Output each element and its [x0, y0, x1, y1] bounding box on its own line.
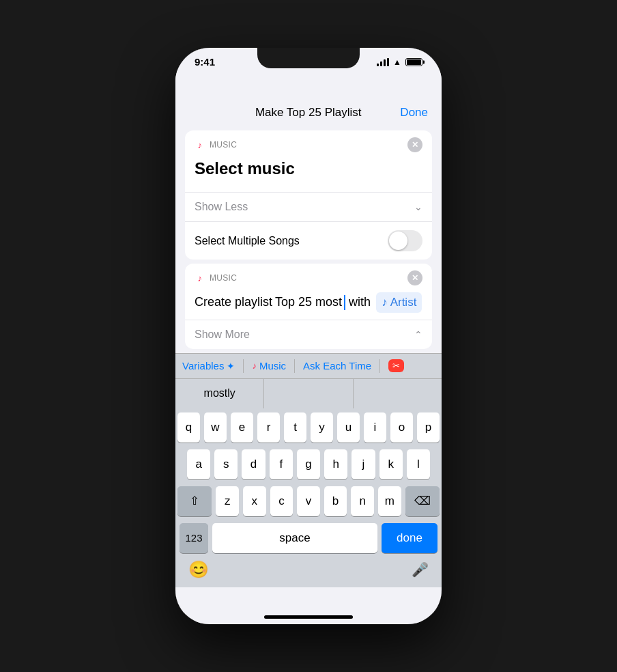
autocomplete-mostly[interactable]: mostly [175, 379, 264, 408]
autocomplete-right[interactable] [354, 379, 442, 408]
toolbar-divider-3 [379, 359, 380, 373]
select-music-title: Select music [195, 159, 422, 178]
wand-icon: ✦ [227, 361, 235, 372]
key-r[interactable]: r [257, 412, 280, 443]
ask-each-time-label: Ask Each Time [303, 360, 371, 372]
card2-header: ♪ MUSIC ✕ [185, 264, 432, 290]
shortcuts-token[interactable]: ✂ [388, 359, 404, 372]
card1-header: ♪ MUSIC ✕ [185, 130, 432, 156]
variables-button[interactable]: Variables ✦ [182, 360, 235, 372]
done-button[interactable]: Done [400, 106, 428, 120]
music-note-icon: ♪ [195, 139, 205, 150]
text-cursor [344, 295, 345, 310]
token-music-note: ♪ [382, 294, 388, 311]
phone-frame: 9:41 ▲ Make Top 25 Playlist Done [175, 48, 442, 624]
autocomplete-middle[interactable] [264, 379, 353, 408]
music-note-toolbar: ♪ [252, 361, 257, 371]
keyboard-row-4: 123 space done [177, 523, 440, 553]
show-more-label: Show More [195, 328, 250, 341]
key-c[interactable]: c [270, 486, 293, 516]
select-music-card: ♪ MUSIC ✕ Select music Show Less ⌄ Selec… [185, 130, 432, 260]
select-multiple-toggle[interactable] [388, 230, 422, 251]
done-key[interactable]: done [382, 523, 437, 553]
emoji-key[interactable]: 😊 [188, 560, 209, 579]
card1-close-button[interactable]: ✕ [407, 137, 422, 152]
key-z[interactable]: z [216, 486, 239, 516]
music-token-label: Music [259, 360, 286, 372]
variables-label: Variables [182, 360, 224, 372]
keyboard-row-2: a s d f g h j k l [177, 449, 440, 479]
delete-key[interactable]: ⌫ [405, 486, 440, 516]
card1-content: Select music [185, 156, 432, 192]
key-f[interactable]: f [270, 449, 293, 479]
key-v[interactable]: v [297, 486, 320, 516]
toolbar-divider-1 [243, 359, 244, 373]
key-g[interactable]: g [297, 449, 320, 479]
ask-each-time-button[interactable]: Ask Each Time [303, 360, 371, 372]
show-less-toggle[interactable]: Show Less ⌄ [185, 192, 432, 221]
multiple-songs-row: Select Multiple Songs [185, 221, 432, 260]
artist-token[interactable]: ♪ Artist [376, 292, 422, 313]
shortcuts-icon: ✂ [392, 361, 400, 371]
page-title: Make Top 25 Playlist [255, 106, 362, 120]
key-n[interactable]: n [351, 486, 374, 516]
navigation-header: Make Top 25 Playlist Done [175, 70, 442, 126]
emoji-mic-row: 😊 🎤 [177, 557, 440, 585]
show-more-toggle[interactable]: Show More ⌃ [185, 320, 432, 349]
key-p[interactable]: p [417, 412, 440, 443]
artist-token-label: Artist [390, 294, 417, 311]
key-u[interactable]: u [337, 412, 360, 443]
select-multiple-label: Select Multiple Songs [195, 235, 300, 247]
music-token-button[interactable]: ♪ Music [252, 360, 286, 372]
key-w[interactable]: w [204, 412, 227, 443]
card2-label: ♪ MUSIC [195, 272, 237, 283]
card2-close-button[interactable]: ✕ [407, 270, 422, 285]
key-h[interactable]: h [324, 449, 347, 479]
status-time: 9:41 [195, 56, 215, 68]
space-key[interactable]: space [212, 523, 377, 553]
key-l[interactable]: l [407, 449, 430, 479]
create-playlist-card: ♪ MUSIC ✕ Create playlist Top 25 most wi… [185, 264, 432, 349]
home-indicator [264, 615, 353, 619]
screen: 9:41 ▲ Make Top 25 Playlist Done [175, 48, 442, 624]
chevron-down-icon: ⌄ [414, 201, 422, 212]
key-y[interactable]: y [311, 412, 333, 443]
card1-label: ♪ MUSIC [195, 139, 237, 150]
keyboard: q w e r t y u i o p a s d f g h j k [175, 408, 442, 587]
key-s[interactable]: s [214, 449, 238, 479]
chevron-up-icon: ⌃ [414, 329, 422, 340]
autocomplete-bar: mostly [175, 378, 442, 408]
key-j[interactable]: j [351, 449, 375, 479]
battery-icon [405, 58, 422, 66]
key-x[interactable]: x [243, 486, 266, 516]
key-a[interactable]: a [187, 449, 210, 479]
toolbar-divider-2 [294, 359, 295, 373]
keyboard-row-3: ⇧ z x c v b n m ⌫ [177, 486, 440, 516]
signal-icon [377, 58, 389, 66]
notch [257, 48, 360, 68]
music-note-icon-2: ♪ [195, 272, 205, 283]
create-text-post: with [349, 293, 371, 311]
key-b[interactable]: b [324, 486, 347, 516]
show-less-label: Show Less [195, 201, 248, 213]
key-i[interactable]: i [364, 412, 386, 443]
key-k[interactable]: k [379, 449, 403, 479]
create-text-pre: Create playlist [195, 293, 272, 311]
key-e[interactable]: e [231, 412, 253, 443]
microphone-key[interactable]: 🎤 [412, 561, 429, 578]
numbers-key[interactable]: 123 [180, 523, 208, 553]
key-d[interactable]: d [242, 449, 265, 479]
keyboard-row-1: q w e r t y u i o p [177, 412, 440, 443]
wifi-icon: ▲ [393, 57, 401, 67]
key-q[interactable]: q [177, 412, 200, 443]
playlist-name-token: Top 25 most [275, 293, 342, 311]
shift-key[interactable]: ⇧ [177, 486, 212, 516]
key-t[interactable]: t [284, 412, 306, 443]
variable-toolbar: Variables ✦ ♪ Music Ask Each Time ✂ [175, 353, 442, 378]
key-o[interactable]: o [390, 412, 413, 443]
status-icons: ▲ [377, 57, 422, 67]
key-m[interactable]: m [378, 486, 401, 516]
create-playlist-content[interactable]: Create playlist Top 25 most with ♪ Artis… [185, 290, 432, 320]
